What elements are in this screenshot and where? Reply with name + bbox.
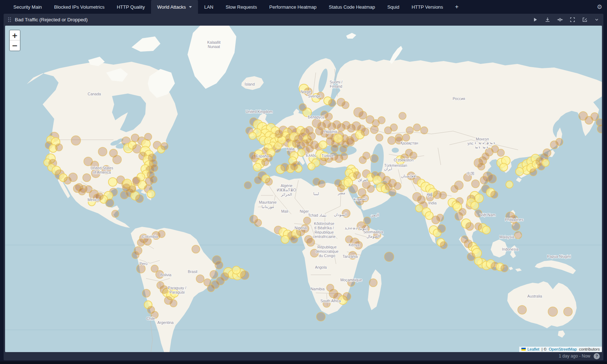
attack-marker bbox=[151, 265, 158, 272]
map-country-label: Namibia bbox=[311, 287, 325, 291]
attack-marker bbox=[491, 191, 498, 198]
panel-header: Bad Traffic (Rejected or Dropped) bbox=[4, 14, 603, 26]
map-country-label: United Statesof America bbox=[90, 166, 113, 174]
attack-marker bbox=[416, 205, 423, 212]
panel-toolbar bbox=[533, 17, 599, 22]
attack-marker bbox=[275, 130, 283, 138]
attack-marker bbox=[334, 134, 343, 143]
map-country-label: Canada bbox=[88, 92, 101, 96]
attack-marker bbox=[512, 222, 520, 230]
map-country-label: Papua Niugini bbox=[547, 254, 571, 259]
attack-marker bbox=[346, 138, 354, 146]
attack-marker bbox=[436, 214, 444, 221]
attack-marker bbox=[361, 128, 369, 136]
settings-gear-icon[interactable]: ⚙ bbox=[592, 0, 607, 14]
tab-http-quality[interactable]: HTTP Quality bbox=[111, 0, 151, 14]
attack-marker bbox=[370, 126, 378, 134]
map-country-label: Україна bbox=[323, 129, 337, 134]
attack-marker bbox=[328, 99, 336, 107]
attack-marker bbox=[413, 124, 421, 131]
tab-slow-requests[interactable]: Slow Requests bbox=[220, 0, 263, 14]
map-country-label: Tchad تشاد bbox=[308, 213, 326, 217]
attack-marker bbox=[157, 282, 164, 289]
tabs-container: Security MainBlocked IPs VolumetricsHTTP… bbox=[7, 0, 449, 14]
map-country-label: Türkiye bbox=[322, 153, 334, 158]
attack-marker bbox=[331, 145, 338, 152]
attack-marker bbox=[501, 265, 508, 272]
map-country-label: Mauritanieموريتانيا bbox=[259, 200, 276, 209]
attack-marker bbox=[232, 266, 240, 274]
fit-columns-icon[interactable] bbox=[557, 17, 563, 22]
attack-marker bbox=[378, 117, 385, 124]
map-country-label: Tanzania bbox=[343, 254, 358, 259]
map-country-label: Perú bbox=[139, 261, 147, 266]
panel-footer: 1 day ago - Now ? bbox=[559, 353, 600, 359]
tab-squid[interactable]: Squid bbox=[381, 0, 405, 14]
fullscreen-icon[interactable] bbox=[570, 17, 575, 22]
attack-marker bbox=[192, 245, 200, 253]
attack-marker bbox=[344, 178, 353, 187]
attack-marker bbox=[325, 113, 332, 120]
attack-marker bbox=[497, 149, 504, 156]
add-tab-button[interactable]: + bbox=[449, 0, 464, 14]
attack-marker bbox=[254, 219, 262, 226]
tab-blocked-ips-volumetrics[interactable]: Blocked IPs Volumetrics bbox=[48, 0, 111, 14]
map-country-label: Ísland bbox=[245, 82, 255, 86]
attack-marker bbox=[135, 195, 143, 203]
attack-marker bbox=[290, 163, 298, 170]
zoom-in-button[interactable]: + bbox=[10, 30, 20, 40]
attack-marker bbox=[384, 252, 394, 261]
edit-icon[interactable] bbox=[582, 17, 587, 22]
attack-marker bbox=[480, 176, 488, 184]
map-country-label: Sverige bbox=[308, 94, 321, 98]
attack-marker bbox=[506, 181, 513, 188]
attack-marker bbox=[253, 163, 261, 171]
attack-marker bbox=[363, 217, 371, 224]
attack-marker bbox=[137, 239, 145, 246]
attack-marker bbox=[530, 169, 537, 176]
map-country-label: Kenya bbox=[349, 243, 360, 247]
map-country-label: Suomi /Finland bbox=[330, 80, 343, 88]
attack-marker bbox=[466, 222, 474, 230]
run-play-icon[interactable] bbox=[533, 17, 538, 22]
attack-marker bbox=[265, 178, 272, 185]
attack-marker bbox=[345, 236, 353, 243]
tab-world-attacks[interactable]: World Attacks bbox=[151, 0, 198, 14]
attack-marker bbox=[240, 271, 249, 280]
map-country-label: मुंबई bbox=[426, 192, 432, 197]
attack-marker bbox=[399, 112, 406, 120]
attack-marker bbox=[405, 149, 413, 156]
tab-lan[interactable]: LAN bbox=[198, 0, 219, 14]
map-country-label: Việt Nam bbox=[480, 213, 496, 217]
tab-http-versions[interactable]: HTTP Versions bbox=[405, 0, 449, 14]
map-country-label: السعودية bbox=[353, 196, 367, 201]
attack-marker bbox=[145, 133, 152, 140]
zoom-out-button[interactable]: − bbox=[10, 40, 20, 51]
chevron-down-icon[interactable] bbox=[594, 17, 599, 22]
attack-marker bbox=[71, 136, 81, 145]
tab-status-code-heatmap[interactable]: Status Code Heatmap bbox=[323, 0, 381, 14]
attack-marker bbox=[249, 152, 257, 159]
attack-marker bbox=[151, 164, 158, 172]
map-country-label: السودان bbox=[334, 212, 347, 217]
world-attack-map[interactable]: CanadaUnited Statesof AmericaMéxicoKalaa… bbox=[5, 26, 602, 352]
openstreetmap-link[interactable]: OpenStreetMap bbox=[549, 347, 577, 351]
map-country-label: ایران bbox=[384, 166, 392, 171]
help-button[interactable]: ? bbox=[594, 353, 600, 359]
attack-marker bbox=[299, 104, 306, 111]
attack-marker bbox=[319, 141, 327, 149]
attack-marker bbox=[304, 217, 311, 224]
download-icon[interactable] bbox=[545, 17, 550, 22]
map-country-label: ليبيا bbox=[313, 191, 319, 196]
attack-marker bbox=[440, 242, 447, 249]
tab-performance-heatmap[interactable]: Performance Heatmap bbox=[263, 0, 323, 14]
drag-handle-icon[interactable] bbox=[8, 17, 11, 22]
attack-marker bbox=[369, 279, 377, 287]
attack-marker bbox=[343, 292, 351, 300]
active-tab-caret-icon[interactable] bbox=[189, 6, 192, 8]
attack-marker bbox=[421, 127, 428, 134]
attack-marker bbox=[516, 168, 524, 176]
leaflet-link[interactable]: Leaflet bbox=[528, 347, 539, 351]
tab-security-main[interactable]: Security Main bbox=[7, 0, 48, 14]
attack-marker bbox=[402, 134, 410, 141]
